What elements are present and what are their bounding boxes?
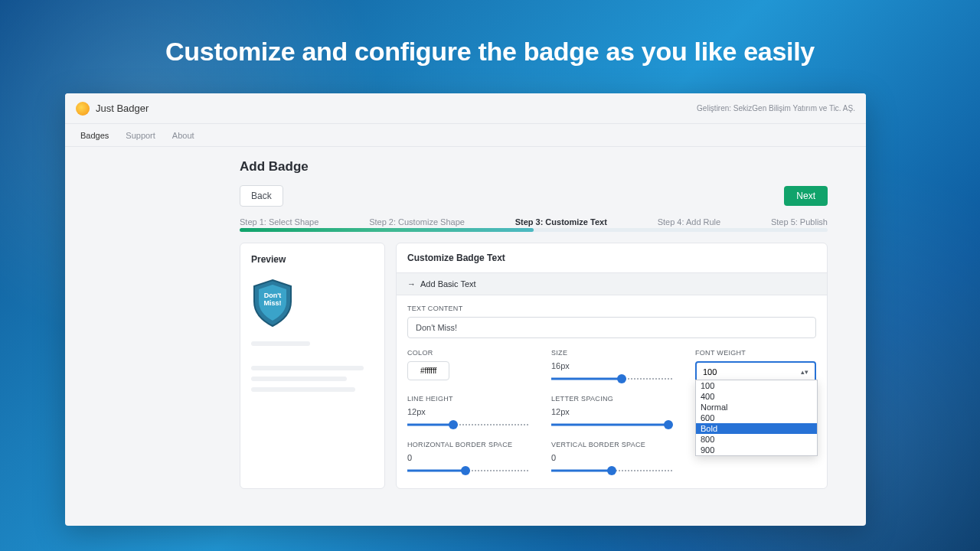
chevron-updown-icon: ▴▾ [801,368,808,376]
page-title: Add Badge [240,159,828,174]
hbs-label: HORIZONTAL BORDER SPACE [407,441,528,448]
add-basic-text-button[interactable]: → Add Basic Text [397,272,827,295]
vbs-label: VERTICAL BORDER SPACE [551,441,672,448]
step-4[interactable]: Step 4: Add Rule [658,217,721,227]
step-1[interactable]: Step 1: Select Shape [240,217,318,227]
arrow-right-icon: → [407,279,416,289]
preview-title: Preview [251,254,374,265]
fw-option-800[interactable]: 800 [696,434,817,445]
skeleton-line [251,377,347,381]
fw-option-400[interactable]: 400 [696,391,817,402]
step-2[interactable]: Step 2: Customize Shape [369,217,465,227]
badge-preview: Don't Miss! [251,279,294,328]
line-height-label: LINE HEIGHT [407,395,528,403]
progress-track [240,228,828,232]
font-weight-label: FONT WEIGHT [695,349,816,357]
line-height-slider[interactable] [407,419,528,430]
skeleton-line [251,341,310,346]
fw-option-100[interactable]: 100 [696,380,817,391]
app-window: Just Badger Geliştiren: SekizGen Bilişim… [65,93,866,526]
text-content-label: TEXT CONTENT [407,305,816,312]
size-value: 16px [551,361,672,370]
fw-option-600[interactable]: 600 [696,412,817,423]
steps-row: Step 1: Select Shape Step 2: Customize S… [240,217,828,227]
nav-about[interactable]: About [172,131,194,140]
letter-spacing-slider[interactable] [551,419,672,430]
badge-text: Don't Miss! [251,292,294,308]
hbs-value: 0 [407,453,528,462]
font-weight-dropdown: 100 400 Normal 600 Bold 800 900 [695,380,818,456]
app-logo-icon [76,102,90,116]
next-button[interactable]: Next [784,186,828,206]
skeleton-line [251,366,364,370]
app-title: Just Badger [96,103,149,114]
form-title: Customize Badge Text [397,243,827,272]
letter-spacing-value: 12px [551,407,672,416]
navbar: Badges Support About [65,124,866,147]
preview-panel: Preview Don't Miss! [240,243,385,489]
hbs-slider[interactable] [407,465,528,476]
page-headline: Customize and configure the badge as you… [0,37,980,67]
nav-support[interactable]: Support [126,131,155,140]
text-content-input[interactable] [407,317,816,338]
letter-spacing-label: LETTER SPACING [551,395,672,403]
nav-badges[interactable]: Badges [80,131,109,140]
step-5[interactable]: Step 5: Publish [771,217,828,227]
line-height-value: 12px [407,407,528,416]
fw-option-normal[interactable]: Normal [696,402,817,412]
skeleton-line [251,387,355,392]
vbs-slider[interactable] [551,465,672,476]
color-picker[interactable]: #ffffff [407,361,449,380]
size-slider[interactable] [551,373,672,384]
color-label: COLOR [407,349,528,357]
developer-credit: Geliştiren: SekizGen Bilişim Yatırım ve … [697,104,855,112]
size-label: SIZE [551,349,672,357]
form-panel: Customize Badge Text → Add Basic Text TE… [396,243,828,489]
vbs-value: 0 [551,453,672,462]
topbar: Just Badger Geliştiren: SekizGen Bilişim… [65,93,866,124]
progress-fill [240,228,534,232]
fw-option-bold[interactable]: Bold [696,423,817,434]
fw-option-900[interactable]: 900 [696,445,817,455]
back-button[interactable]: Back [240,185,283,207]
step-3[interactable]: Step 3: Customize Text [515,217,607,227]
